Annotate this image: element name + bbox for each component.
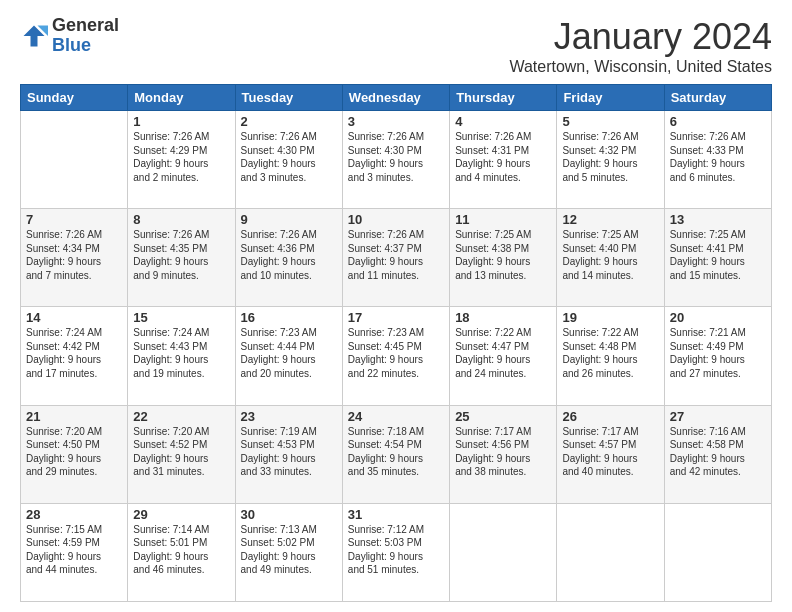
calendar-cell: 23Sunrise: 7:19 AM Sunset: 4:53 PM Dayli… [235,405,342,503]
calendar-cell: 4Sunrise: 7:26 AM Sunset: 4:31 PM Daylig… [450,111,557,209]
month-title: January 2024 [509,16,772,58]
day-info: Sunrise: 7:26 AM Sunset: 4:30 PM Dayligh… [348,130,444,184]
day-info: Sunrise: 7:23 AM Sunset: 4:44 PM Dayligh… [241,326,337,380]
day-info: Sunrise: 7:22 AM Sunset: 4:48 PM Dayligh… [562,326,658,380]
calendar-cell: 20Sunrise: 7:21 AM Sunset: 4:49 PM Dayli… [664,307,771,405]
calendar-header-row: Sunday Monday Tuesday Wednesday Thursday… [21,85,772,111]
title-block: January 2024 Watertown, Wisconsin, Unite… [509,16,772,76]
day-number: 11 [455,212,551,227]
day-info: Sunrise: 7:20 AM Sunset: 4:50 PM Dayligh… [26,425,122,479]
day-number: 2 [241,114,337,129]
calendar-cell: 14Sunrise: 7:24 AM Sunset: 4:42 PM Dayli… [21,307,128,405]
day-info: Sunrise: 7:17 AM Sunset: 4:56 PM Dayligh… [455,425,551,479]
day-number: 26 [562,409,658,424]
calendar-cell: 13Sunrise: 7:25 AM Sunset: 4:41 PM Dayli… [664,209,771,307]
col-sunday: Sunday [21,85,128,111]
header: General Blue January 2024 Watertown, Wis… [20,16,772,76]
calendar-cell: 21Sunrise: 7:20 AM Sunset: 4:50 PM Dayli… [21,405,128,503]
calendar-week-1: 7Sunrise: 7:26 AM Sunset: 4:34 PM Daylig… [21,209,772,307]
calendar-cell [450,503,557,601]
day-number: 22 [133,409,229,424]
day-info: Sunrise: 7:26 AM Sunset: 4:33 PM Dayligh… [670,130,766,184]
calendar-cell: 26Sunrise: 7:17 AM Sunset: 4:57 PM Dayli… [557,405,664,503]
day-number: 27 [670,409,766,424]
day-info: Sunrise: 7:16 AM Sunset: 4:58 PM Dayligh… [670,425,766,479]
calendar-cell: 8Sunrise: 7:26 AM Sunset: 4:35 PM Daylig… [128,209,235,307]
calendar-cell [664,503,771,601]
day-number: 30 [241,507,337,522]
day-info: Sunrise: 7:26 AM Sunset: 4:35 PM Dayligh… [133,228,229,282]
day-number: 31 [348,507,444,522]
day-info: Sunrise: 7:17 AM Sunset: 4:57 PM Dayligh… [562,425,658,479]
day-info: Sunrise: 7:24 AM Sunset: 4:43 PM Dayligh… [133,326,229,380]
day-number: 5 [562,114,658,129]
calendar-cell: 7Sunrise: 7:26 AM Sunset: 4:34 PM Daylig… [21,209,128,307]
calendar-cell: 10Sunrise: 7:26 AM Sunset: 4:37 PM Dayli… [342,209,449,307]
calendar-cell: 16Sunrise: 7:23 AM Sunset: 4:44 PM Dayli… [235,307,342,405]
calendar-cell: 18Sunrise: 7:22 AM Sunset: 4:47 PM Dayli… [450,307,557,405]
day-number: 9 [241,212,337,227]
calendar-week-4: 28Sunrise: 7:15 AM Sunset: 4:59 PM Dayli… [21,503,772,601]
calendar-cell: 24Sunrise: 7:18 AM Sunset: 4:54 PM Dayli… [342,405,449,503]
calendar-cell: 17Sunrise: 7:23 AM Sunset: 4:45 PM Dayli… [342,307,449,405]
calendar-cell: 22Sunrise: 7:20 AM Sunset: 4:52 PM Dayli… [128,405,235,503]
calendar-week-0: 1Sunrise: 7:26 AM Sunset: 4:29 PM Daylig… [21,111,772,209]
calendar-cell [557,503,664,601]
day-number: 14 [26,310,122,325]
day-info: Sunrise: 7:14 AM Sunset: 5:01 PM Dayligh… [133,523,229,577]
calendar-cell: 12Sunrise: 7:25 AM Sunset: 4:40 PM Dayli… [557,209,664,307]
calendar-cell: 1Sunrise: 7:26 AM Sunset: 4:29 PM Daylig… [128,111,235,209]
day-info: Sunrise: 7:25 AM Sunset: 4:41 PM Dayligh… [670,228,766,282]
location-title: Watertown, Wisconsin, United States [509,58,772,76]
logo-general: General [52,16,119,36]
day-number: 29 [133,507,229,522]
calendar-cell: 9Sunrise: 7:26 AM Sunset: 4:36 PM Daylig… [235,209,342,307]
day-number: 16 [241,310,337,325]
calendar-cell: 11Sunrise: 7:25 AM Sunset: 4:38 PM Dayli… [450,209,557,307]
day-number: 1 [133,114,229,129]
day-info: Sunrise: 7:26 AM Sunset: 4:30 PM Dayligh… [241,130,337,184]
day-number: 10 [348,212,444,227]
day-info: Sunrise: 7:12 AM Sunset: 5:03 PM Dayligh… [348,523,444,577]
day-number: 19 [562,310,658,325]
day-info: Sunrise: 7:19 AM Sunset: 4:53 PM Dayligh… [241,425,337,479]
day-number: 20 [670,310,766,325]
day-number: 3 [348,114,444,129]
calendar-table: Sunday Monday Tuesday Wednesday Thursday… [20,84,772,602]
calendar-cell: 25Sunrise: 7:17 AM Sunset: 4:56 PM Dayli… [450,405,557,503]
day-info: Sunrise: 7:21 AM Sunset: 4:49 PM Dayligh… [670,326,766,380]
day-info: Sunrise: 7:25 AM Sunset: 4:38 PM Dayligh… [455,228,551,282]
calendar-cell: 15Sunrise: 7:24 AM Sunset: 4:43 PM Dayli… [128,307,235,405]
day-info: Sunrise: 7:26 AM Sunset: 4:37 PM Dayligh… [348,228,444,282]
logo: General Blue [20,16,119,56]
day-info: Sunrise: 7:20 AM Sunset: 4:52 PM Dayligh… [133,425,229,479]
day-number: 25 [455,409,551,424]
col-monday: Monday [128,85,235,111]
calendar-week-3: 21Sunrise: 7:20 AM Sunset: 4:50 PM Dayli… [21,405,772,503]
logo-blue: Blue [52,36,119,56]
col-wednesday: Wednesday [342,85,449,111]
day-info: Sunrise: 7:26 AM Sunset: 4:34 PM Dayligh… [26,228,122,282]
day-info: Sunrise: 7:26 AM Sunset: 4:31 PM Dayligh… [455,130,551,184]
day-number: 17 [348,310,444,325]
logo-text: General Blue [52,16,119,56]
day-number: 21 [26,409,122,424]
day-number: 8 [133,212,229,227]
day-info: Sunrise: 7:15 AM Sunset: 4:59 PM Dayligh… [26,523,122,577]
col-tuesday: Tuesday [235,85,342,111]
logo-icon [20,22,48,50]
day-info: Sunrise: 7:26 AM Sunset: 4:36 PM Dayligh… [241,228,337,282]
page: General Blue January 2024 Watertown, Wis… [0,0,792,612]
day-info: Sunrise: 7:24 AM Sunset: 4:42 PM Dayligh… [26,326,122,380]
day-number: 4 [455,114,551,129]
calendar-cell: 3Sunrise: 7:26 AM Sunset: 4:30 PM Daylig… [342,111,449,209]
calendar-cell: 27Sunrise: 7:16 AM Sunset: 4:58 PM Dayli… [664,405,771,503]
calendar-cell: 28Sunrise: 7:15 AM Sunset: 4:59 PM Dayli… [21,503,128,601]
day-number: 28 [26,507,122,522]
calendar-week-2: 14Sunrise: 7:24 AM Sunset: 4:42 PM Dayli… [21,307,772,405]
day-info: Sunrise: 7:13 AM Sunset: 5:02 PM Dayligh… [241,523,337,577]
calendar-cell: 5Sunrise: 7:26 AM Sunset: 4:32 PM Daylig… [557,111,664,209]
day-number: 15 [133,310,229,325]
day-number: 24 [348,409,444,424]
col-thursday: Thursday [450,85,557,111]
